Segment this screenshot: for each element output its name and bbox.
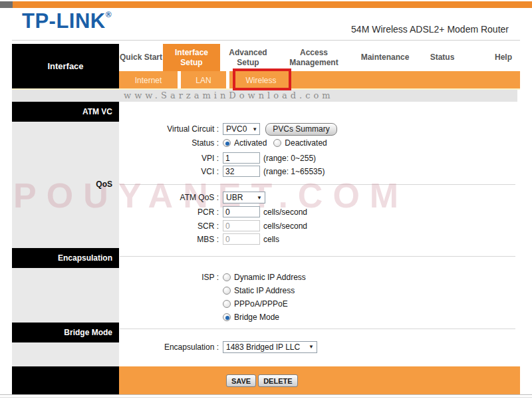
pvcs-summary-button[interactable]: PVCs Summary	[265, 123, 337, 136]
sub-nav-bar: Internet LAN Wireless	[119, 71, 520, 89]
isp-dynamic-ip-label: Dynamic IP Address	[234, 273, 306, 282]
atm-qos-value: UBR	[226, 193, 243, 202]
atm-qos-label: ATM QoS :	[119, 193, 223, 202]
atm-qos-select[interactable]: UBR ▼	[223, 192, 265, 203]
virtual-circuit-value: PVC0	[226, 124, 247, 134]
sidebar-section-qos: QoS	[12, 174, 119, 194]
isp-bridge-mode-radio[interactable]	[223, 313, 231, 321]
scr-label: SCR :	[119, 221, 223, 231]
product-title: 54M Wireless ADSL2+ Modem Router	[351, 24, 509, 35]
page-bottom-line	[0, 394, 532, 395]
status-label: Status :	[119, 138, 223, 148]
annotation-highlight-box	[233, 68, 291, 90]
vci-label: VCI :	[119, 167, 223, 176]
section-divider	[120, 329, 515, 329]
isp-option-row: Bridge Mode	[223, 311, 313, 324]
tab-help[interactable]: Help	[466, 44, 520, 71]
isp-pppoa-pppoe-label: PPPoA/PPPoE	[234, 299, 288, 309]
chevron-down-icon: ▼	[252, 126, 257, 132]
vpi-range-note: (range: 0~255)	[263, 154, 316, 163]
chevron-down-icon: ▼	[257, 195, 262, 201]
footer-sidebar-block	[12, 366, 119, 394]
virtual-circuit-row: Virtual Circuit : PVC0 ▼ PVCs Summary	[119, 122, 518, 136]
watermark-strip: www.SarzaminDownload.com	[12, 90, 517, 102]
mbs-unit: cells	[263, 235, 279, 244]
encapsulation-value: 1483 Bridged IP LLC	[226, 342, 300, 352]
mbs-input-disabled: 0	[223, 233, 260, 245]
tab-status[interactable]: Status	[418, 44, 466, 71]
vci-row: VCI : 32 (range: 1~65535)	[119, 166, 518, 177]
status-row: Status : Activated Deactivated	[119, 138, 518, 148]
tplink-logo: TP-LINK®	[22, 9, 112, 33]
header-divider	[12, 40, 520, 41]
sidebar-section-bridge-mode: Bridge Mode	[12, 323, 119, 342]
save-button[interactable]: SAVE	[226, 374, 256, 387]
section-divider	[120, 256, 515, 257]
router-admin-page: TP-LINK® 54M Wireless ADSL2+ Modem Route…	[0, 0, 532, 399]
vci-input[interactable]: 32	[223, 166, 260, 177]
isp-dynamic-ip-radio[interactable]	[223, 273, 231, 281]
encapsulation-row: Encapsulation : 1483 Bridged IP LLC ▼	[119, 340, 518, 353]
footer-buttons: SAVE DELETE	[226, 374, 298, 387]
mbs-row: MBS : 0 cells	[119, 233, 518, 245]
encapsulation-select[interactable]: 1483 Bridged IP LLC ▼	[223, 341, 317, 353]
isp-option-row: Static IP Address	[223, 284, 313, 297]
page-bottom-line	[0, 397, 532, 398]
vpi-row: VPI : 1 (range: 0~255)	[119, 152, 518, 164]
pcr-input[interactable]: 0	[223, 206, 260, 217]
isp-static-ip-label: Static IP Address	[234, 286, 295, 295]
status-deactivated-radio[interactable]	[273, 139, 281, 147]
top-strip-orange	[13, 1, 532, 8]
sidebar-section-encapsulation: Encapsulation	[12, 248, 119, 268]
scr-unit: cells/second	[263, 221, 307, 231]
status-activated-label: Activated	[234, 138, 267, 148]
isp-option-row: Dynamic IP Address	[223, 271, 313, 284]
logo-registered-mark: ®	[106, 10, 112, 19]
footer-action-bar	[119, 366, 520, 394]
status-deactivated-label: Deactivated	[285, 138, 327, 148]
status-activated-radio[interactable]	[223, 139, 231, 147]
section-divider	[120, 184, 515, 185]
pcr-label: PCR :	[119, 207, 223, 217]
chevron-down-icon: ▼	[309, 344, 314, 350]
isp-options: Dynamic IP Address Static IP Address PPP…	[223, 271, 313, 324]
isp-static-ip-radio[interactable]	[223, 287, 231, 295]
delete-button[interactable]: DELETE	[258, 374, 297, 387]
scr-row: SCR : 0 cells/second	[119, 220, 518, 231]
tab-advanced-setup[interactable]: Advanced Setup	[220, 44, 276, 71]
isp-bridge-mode-label: Bridge Mode	[234, 313, 279, 322]
top-strip-gray	[0, 1, 13, 8]
main-nav-tabs: Quick Start Interface Setup Advanced Set…	[119, 44, 520, 71]
virtual-circuit-label: Virtual Circuit :	[119, 124, 223, 134]
isp-label: ISP :	[119, 271, 223, 284]
mbs-label: MBS :	[119, 235, 223, 244]
atm-qos-row: ATM QoS : UBR ▼	[119, 192, 518, 203]
tab-quick-start[interactable]: Quick Start	[119, 44, 163, 71]
sidebar-section-atm-vc: ATM VC	[12, 102, 119, 122]
encapsulation-label: Encapsulation :	[119, 342, 223, 352]
pcr-row: PCR : 0 cells/second	[119, 206, 518, 217]
subtab-internet[interactable]: Internet	[119, 71, 178, 89]
vpi-label: VPI :	[119, 154, 223, 163]
scr-input-disabled: 0	[223, 220, 260, 231]
isp-row: ISP : Dynamic IP Address Static IP Addre…	[119, 271, 518, 324]
pcr-unit: cells/second	[263, 207, 307, 217]
subtab-lan[interactable]: LAN	[181, 71, 226, 89]
isp-pppoa-pppoe-radio[interactable]	[223, 300, 231, 308]
virtual-circuit-select[interactable]: PVC0 ▼	[223, 123, 260, 135]
vpi-input[interactable]: 1	[223, 152, 260, 164]
vci-range-note: (range: 1~65535)	[263, 167, 325, 176]
tab-maintenance[interactable]: Maintenance	[352, 44, 418, 71]
isp-option-row: PPPoA/PPPoE	[223, 297, 313, 311]
tab-access-management[interactable]: Access Management	[276, 44, 352, 71]
tab-interface-setup[interactable]: Interface Setup	[163, 44, 220, 71]
nav-section-title: Interface	[12, 44, 119, 88]
logo-text: TP-LINK	[22, 9, 106, 33]
